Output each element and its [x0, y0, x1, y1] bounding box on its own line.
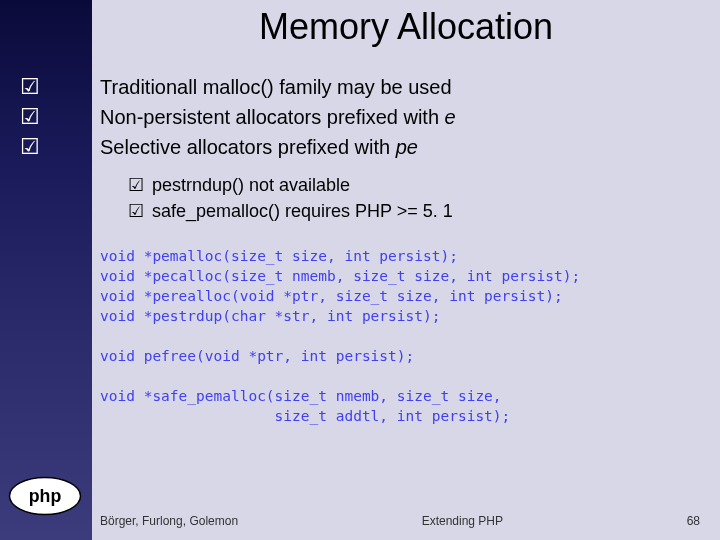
- svg-text:php: php: [29, 486, 62, 506]
- footer-authors: Börger, Furlong, Golemon: [100, 514, 238, 528]
- bullet-text: Non-persistent allocators prefixed with: [100, 106, 445, 128]
- bullet-item: Non-persistent allocators prefixed with …: [100, 102, 700, 132]
- bullet-em: e: [445, 106, 456, 128]
- bullet-em: pe: [396, 136, 418, 158]
- check-icon: ☑: [128, 198, 144, 224]
- sub-text: safe_pemalloc() requires PHP >= 5. 1: [152, 198, 453, 224]
- check-icon: ☑: [20, 102, 80, 132]
- sub-text: pestrndup() not available: [152, 172, 350, 198]
- check-icon: ☑: [20, 72, 80, 102]
- check-icon: ☑: [20, 132, 80, 162]
- footer-page: 68: [687, 514, 700, 528]
- sub-item: ☑ pestrndup() not available: [128, 172, 700, 198]
- bullet-text: Traditionall malloc() family may be used: [100, 76, 452, 98]
- sub-item: ☑ safe_pemalloc() requires PHP >= 5. 1: [128, 198, 700, 224]
- bullet-marks: ☑ ☑ ☑: [20, 72, 80, 162]
- bullet-text: Selective allocators prefixed with: [100, 136, 396, 158]
- sub-list: ☑ pestrndup() not available ☑ safe_pemal…: [128, 172, 700, 224]
- code-block: void *pemalloc(size_t size, int persist)…: [100, 246, 700, 426]
- bullet-item: Traditionall malloc() family may be used: [100, 72, 700, 102]
- slide-title: Memory Allocation: [92, 6, 720, 48]
- content-area: Traditionall malloc() family may be used…: [100, 72, 700, 224]
- footer: Börger, Furlong, Golemon Extending PHP 6…: [100, 514, 700, 528]
- check-icon: ☑: [128, 172, 144, 198]
- php-logo-icon: php: [8, 476, 82, 516]
- footer-title: Extending PHP: [238, 514, 687, 528]
- bullet-item: Selective allocators prefixed with pe: [100, 132, 700, 162]
